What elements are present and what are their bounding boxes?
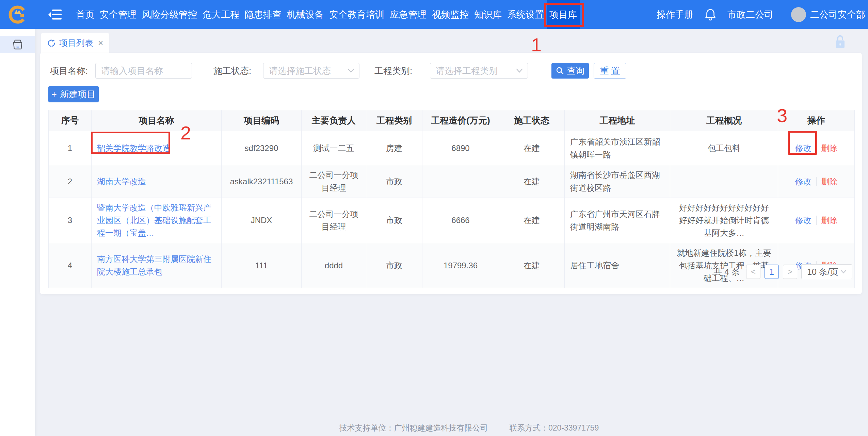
project-category-select[interactable]: 请选择工程类别 xyxy=(430,63,528,79)
project-name-label: 项目名称: xyxy=(50,63,88,79)
col-project-code: 项目编码 xyxy=(222,110,302,131)
pagination: 共 4 条 < 1 > 10 条/页 xyxy=(713,264,852,279)
nav-item-home[interactable]: 首页 xyxy=(73,0,97,29)
total-count: 共 4 条 xyxy=(713,266,740,278)
col-cost: 工程造价(万元) xyxy=(422,110,499,131)
manual-link[interactable]: 操作手册 xyxy=(657,9,693,21)
project-basket-icon xyxy=(12,38,24,51)
nav-item-safety-training[interactable]: 安全教育培训 xyxy=(326,0,387,29)
delete-link[interactable]: 删除 xyxy=(817,144,838,153)
support-unit: 技术支持单位：广州穗建建造科技有限公司 xyxy=(339,423,488,432)
page-size-select[interactable]: 10 条/页 xyxy=(801,264,852,279)
page-footer: 技术支持单位：广州穗建建造科技有限公司 联系方式：020-33971759 xyxy=(70,423,868,433)
col-status: 施工状态 xyxy=(499,110,565,131)
table-row: 2 湖南大学改造 askalk232111563 二公司一分项目经理 市政 在建… xyxy=(49,165,855,198)
nav-item-risk-control[interactable]: 风险分级管控 xyxy=(139,0,200,29)
refresh-icon[interactable] xyxy=(47,39,56,48)
project-name-input[interactable] xyxy=(95,63,192,79)
chevron-down-icon xyxy=(516,68,523,73)
table-row: 1 韶关学院教学路改造 sdf23290 测试一二五 房建 6890 在建 广东… xyxy=(49,131,855,165)
main-area: 项目列表 × 项目名称: 施工状态: 请选择施工状态 工程类别: 请选择工程类别 xyxy=(35,29,868,436)
construction-status-select[interactable]: 请选择施工状态 xyxy=(263,63,359,79)
page-1-button[interactable]: 1 xyxy=(765,265,779,279)
prev-page-button[interactable]: < xyxy=(746,265,760,279)
search-button[interactable]: 查询 xyxy=(551,63,589,79)
navbar-right: 操作手册 市政二公司 二公司安全部 xyxy=(657,7,868,22)
project-link[interactable]: 湖南大学改造 xyxy=(97,177,146,186)
delete-link[interactable]: 删除 xyxy=(817,216,838,225)
reset-button[interactable]: 重 置 xyxy=(594,63,626,79)
construction-status-label: 施工状态: xyxy=(213,63,251,79)
nav-item-emergency[interactable]: 应急管理 xyxy=(387,0,429,29)
project-category-label: 工程类别: xyxy=(374,63,412,79)
left-sidebar xyxy=(0,29,35,436)
company-switcher[interactable]: 市政二公司 xyxy=(727,9,773,21)
app-logo[interactable] xyxy=(0,0,35,29)
edit-link[interactable]: 修改 xyxy=(795,177,817,186)
table-row: 3 暨南大学改造（中欧雅瑶新兴产业园区（北区）基础设施配套工程一期（宝盖… JN… xyxy=(49,198,855,243)
nav-item-video-monitor[interactable]: 视频监控 xyxy=(429,0,471,29)
sidebar-item-project-library[interactable] xyxy=(0,36,35,53)
logo-icon xyxy=(8,5,27,24)
col-project-name: 项目名称 xyxy=(92,110,222,131)
avatar xyxy=(791,7,806,22)
chevron-down-icon xyxy=(348,68,354,73)
col-index: 序号 xyxy=(49,110,92,131)
tab-close-icon[interactable]: × xyxy=(98,38,103,48)
user-name: 二公司安全部 xyxy=(810,9,865,21)
search-icon xyxy=(556,67,564,75)
nav-item-major-projects[interactable]: 危大工程 xyxy=(200,0,242,29)
collapse-menu-icon[interactable] xyxy=(48,9,64,20)
tab-label: 项目列表 xyxy=(59,37,93,49)
edit-link[interactable]: 修改 xyxy=(795,144,817,153)
col-address: 工程地址 xyxy=(565,110,670,131)
user-menu[interactable]: 二公司安全部 xyxy=(791,7,865,22)
chevron-down-icon xyxy=(840,270,847,274)
project-link[interactable]: 韶关学院教学路改造 xyxy=(97,144,171,153)
project-table: 序号 项目名称 项目编码 主要负责人 工程类别 工程造价(万元) 施工状态 工程… xyxy=(48,110,855,288)
plus-icon: + xyxy=(51,89,57,100)
nav-item-safety-mgmt[interactable]: 安全管理 xyxy=(97,0,139,29)
nav-item-hazard-check[interactable]: 隐患排查 xyxy=(242,0,284,29)
next-page-button[interactable]: > xyxy=(783,265,797,279)
delete-link[interactable]: 删除 xyxy=(817,177,838,186)
main-menu: 首页 安全管理 风险分级管控 危大工程 隐患排查 机械设备 安全教育培训 应急管… xyxy=(73,0,580,29)
lock-icon[interactable] xyxy=(834,35,847,49)
project-link[interactable]: 暨南大学改造（中欧雅瑶新兴产业园区（北区）基础设施配套工程一期（宝盖… xyxy=(97,203,211,237)
col-manager: 主要负责人 xyxy=(302,110,366,131)
contact-info: 联系方式：020-33971759 xyxy=(509,423,599,432)
tab-project-list[interactable]: 项目列表 × xyxy=(41,33,109,53)
nav-item-project-library[interactable]: 项目库 xyxy=(547,0,580,29)
nav-item-knowledge-base[interactable]: 知识库 xyxy=(471,0,504,29)
col-category: 工程类别 xyxy=(366,110,422,131)
project-link[interactable]: 南方医科大学第三附属医院新住院大楼施工总承包 xyxy=(97,254,211,276)
content-card: 项目名称: 施工状态: 请选择施工状态 工程类别: 请选择工程类别 查询 重 置 xyxy=(40,53,862,294)
nav-item-machinery[interactable]: 机械设备 xyxy=(284,0,326,29)
col-operation: 操作 xyxy=(778,110,855,131)
edit-link[interactable]: 修改 xyxy=(795,216,817,225)
notification-bell-icon[interactable] xyxy=(705,9,716,21)
category-placeholder: 请选择工程类别 xyxy=(436,65,498,77)
status-placeholder: 请选择施工状态 xyxy=(269,65,331,77)
top-navbar: 首页 安全管理 风险分级管控 危大工程 隐患排查 机械设备 安全教育培训 应急管… xyxy=(0,0,868,29)
new-project-button[interactable]: + 新建项目 xyxy=(48,86,99,102)
table-header-row: 序号 项目名称 项目编码 主要负责人 工程类别 工程造价(万元) 施工状态 工程… xyxy=(49,110,855,131)
col-overview: 工程概况 xyxy=(670,110,778,131)
nav-item-system-settings[interactable]: 系统设置 xyxy=(504,0,547,29)
